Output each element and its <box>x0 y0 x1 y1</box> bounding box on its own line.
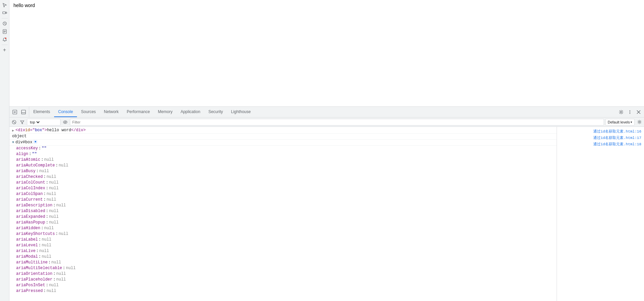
prop-line: ariaLabel: null <box>9 237 557 243</box>
svg-rect-10 <box>22 110 26 114</box>
object-badge[interactable]: ● <box>33 140 37 144</box>
prop-line: ariaPlaceholder: null <box>9 277 557 283</box>
sidebar: + <box>0 0 9 301</box>
svg-point-13 <box>630 110 630 111</box>
prop-line: accessKey: "" <box>9 146 557 151</box>
svg-point-14 <box>630 111 630 112</box>
console-line-divbox[interactable]: ▼ div#box ● <box>9 140 557 146</box>
history-icon[interactable] <box>1 20 8 27</box>
prop-line: ariaChecked: null <box>9 174 557 180</box>
prop-line: ariaLive: null <box>9 248 557 254</box>
tab-lighthouse[interactable]: Lighthouse <box>227 107 255 117</box>
devtools-tabs: Elements Console Sources Network Perform… <box>29 107 616 117</box>
page-content: hello word <box>9 0 644 106</box>
context-selector[interactable]: top <box>27 119 61 126</box>
prop-line: ariaDescription: null <box>9 203 557 208</box>
svg-rect-0 <box>3 12 5 14</box>
svg-point-21 <box>65 121 66 123</box>
sidebar-divider-1 <box>2 18 8 18</box>
context-select[interactable]: top <box>29 120 41 124</box>
divbox-label: div#box <box>15 140 32 145</box>
prop-line: align: "" <box>9 151 557 157</box>
prop-line: ariaPressed: null <box>9 288 557 294</box>
console-settings-icon[interactable] <box>636 119 643 126</box>
tab-security[interactable]: Security <box>204 107 227 117</box>
cursor-icon[interactable] <box>1 1 8 9</box>
tab-network[interactable]: Network <box>100 107 123 117</box>
prop-line: ariaModal: null <box>9 254 557 260</box>
prop-line: ariaCurrent: null <box>9 197 557 203</box>
prop-line: ariaKeyShortcuts: null <box>9 231 557 237</box>
clear-console-icon[interactable] <box>11 119 17 126</box>
right-link-18[interactable]: 通过id名获取元素.html:18 <box>557 141 644 147</box>
svg-point-22 <box>639 121 640 122</box>
expand-arrow-divbox[interactable]: ▼ <box>12 141 14 144</box>
close-devtools-icon[interactable] <box>635 108 643 116</box>
console-right-panel: 通过id名获取元素.html:16 通过id名获取元素.html:17 通过id… <box>557 127 644 301</box>
tab-memory[interactable]: Memory <box>154 107 176 117</box>
filter-input[interactable] <box>70 119 604 126</box>
console-line-object: object <box>9 134 557 140</box>
page-title: hello word <box>13 3 640 8</box>
tab-application[interactable]: Application <box>176 107 204 117</box>
main-area: hello word Elements <box>9 0 644 301</box>
html-tag-open: <div <box>15 128 25 133</box>
svg-point-7 <box>5 38 6 39</box>
tab-elements[interactable]: Elements <box>29 107 54 117</box>
plus-icon[interactable]: + <box>1 46 8 54</box>
console-output: ▶ <div id="box">hello word</div> object … <box>9 127 644 301</box>
svg-point-20 <box>64 121 67 123</box>
expand-arrow[interactable]: ▶ <box>12 129 14 133</box>
svg-point-12 <box>620 111 622 113</box>
sidebar-divider-2 <box>2 45 8 45</box>
log-levels-button[interactable]: Default levels ▾ <box>605 119 635 126</box>
svg-rect-8 <box>13 110 17 114</box>
prop-line: ariaPosInSet: null <box>9 283 557 288</box>
svg-rect-1 <box>6 12 7 13</box>
prop-line: ariaColSpan: null <box>9 191 557 197</box>
svg-point-9 <box>14 111 15 113</box>
prop-line: ariaMultiSelectable: null <box>9 265 557 271</box>
chevron-down-icon: ▾ <box>631 120 632 124</box>
filter-icon[interactable] <box>19 119 26 126</box>
right-link-17[interactable]: 通过id名获取元素.html:17 <box>557 135 644 141</box>
console-line-html-tag[interactable]: ▶ <div id="box">hello word</div> <box>9 128 557 134</box>
tab-performance[interactable]: Performance <box>123 107 154 117</box>
prop-line: ariaExpanded: null <box>9 214 557 220</box>
prop-line: ariaOrientation: null <box>9 271 557 277</box>
prop-line: ariaHasPopup: null <box>9 220 557 225</box>
svg-line-19 <box>13 121 15 123</box>
svg-point-15 <box>630 113 630 113</box>
devtools-dock-icons <box>9 107 29 117</box>
prop-line: ariaMultiLine: null <box>9 260 557 265</box>
console-toolbar: top Default levels ▾ <box>9 117 644 127</box>
dock-side-icon[interactable] <box>19 108 28 116</box>
right-link-16[interactable]: 通过id名获取元素.html:16 <box>557 128 644 135</box>
properties-container: accessKey: ""align: ""ariaAtomic: nullar… <box>9 146 557 294</box>
prop-line: ariaAtomic: null <box>9 157 557 163</box>
object-label: object <box>12 134 27 139</box>
settings-icon[interactable] <box>617 108 625 116</box>
prop-line: ariaLevel: null <box>9 243 557 248</box>
tab-sources[interactable]: Sources <box>77 107 100 117</box>
notification-icon[interactable] <box>1 36 8 43</box>
prop-line: ariaHidden: null <box>9 225 557 231</box>
prop-line: ariaAutoComplete: null <box>9 163 557 168</box>
tab-console[interactable]: Console <box>54 107 77 117</box>
console-left-panel: ▶ <div id="box">hello word</div> object … <box>9 127 557 301</box>
devtools-toolbar-right <box>616 107 644 117</box>
devtools-panel: Elements Console Sources Network Perform… <box>9 106 644 301</box>
prop-line: ariaDisabled: null <box>9 208 557 214</box>
prop-line: ariaBusy: null <box>9 168 557 174</box>
prop-line: ariaColCount: null <box>9 180 557 186</box>
more-options-icon[interactable] <box>626 108 634 116</box>
inspect-element-icon[interactable] <box>11 108 19 116</box>
devtools-toolbar: Elements Console Sources Network Perform… <box>9 107 644 117</box>
snippets-icon[interactable] <box>1 28 8 35</box>
eye-icon[interactable] <box>62 119 69 126</box>
device-icon[interactable] <box>1 9 8 17</box>
prop-line: ariaColIndex: null <box>9 186 557 191</box>
